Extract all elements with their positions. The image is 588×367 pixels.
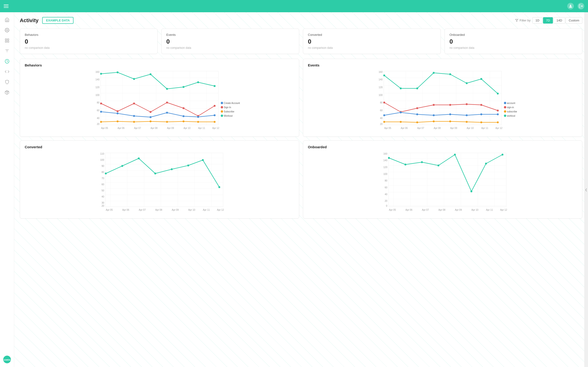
stat-card-events: Events 0 no comparison data <box>161 29 299 54</box>
svg-point-120 <box>497 121 499 123</box>
filter-label: Filter by <box>520 19 531 22</box>
onboarded-comparison: no comparison data <box>449 46 577 50</box>
svg-text:Apr 11: Apr 11 <box>198 127 205 129</box>
behaviors-svg: 160 140 120 100 80 60 40 20 Apr 05 Apr 0… <box>25 70 294 131</box>
svg-text:Apr 12: Apr 12 <box>495 127 502 129</box>
svg-point-44 <box>166 102 168 103</box>
svg-point-109 <box>449 113 451 115</box>
svg-point-108 <box>433 114 435 116</box>
hamburger-menu[interactable] <box>4 4 8 8</box>
svg-text:Apr 07: Apr 07 <box>417 127 424 129</box>
time-btn-14d[interactable]: 14D <box>553 17 565 24</box>
user-icon[interactable] <box>567 3 574 9</box>
svg-point-112 <box>497 113 499 115</box>
sidebar-item-package[interactable] <box>2 88 12 97</box>
svg-point-111 <box>480 113 482 115</box>
svg-point-127 <box>504 115 506 117</box>
svg-text:Apr 07: Apr 07 <box>134 127 141 129</box>
charts-grid: Behaviors 160 140 120 <box>20 59 582 218</box>
svg-text:100: 100 <box>95 94 99 96</box>
svg-text:Apr 09: Apr 09 <box>455 209 462 211</box>
svg-rect-2 <box>5 39 7 40</box>
events-chart: 160 140 120 100 80 60 40 20 Apr 05 Apr 0… <box>308 70 577 132</box>
svg-text:20: 20 <box>102 205 104 207</box>
topbar <box>0 0 588 12</box>
svg-point-33 <box>117 71 118 73</box>
time-btn-custom[interactable]: Custom <box>566 17 582 24</box>
onboarded-svg: 160 140 120 100 80 60 40 20 0 Apr 05 Apr… <box>308 152 577 213</box>
svg-text:140: 140 <box>95 78 99 81</box>
svg-text:100: 100 <box>379 94 383 96</box>
svg-point-178 <box>454 154 456 156</box>
content-area: Activity EXAMPLE DATA Filter by 1D 7D 14… <box>20 17 582 218</box>
sidebar-item-activity[interactable] <box>2 57 12 66</box>
svg-text:Apr 06: Apr 06 <box>122 209 129 211</box>
svg-point-37 <box>183 86 184 88</box>
onboarded-chart: 160 140 120 100 80 60 40 20 0 Apr 05 Apr… <box>308 152 577 214</box>
logout-icon[interactable] <box>578 3 584 9</box>
svg-text:120: 120 <box>379 86 383 89</box>
sidebar-item-filters[interactable] <box>2 46 12 56</box>
time-btn-1d[interactable]: 1D <box>532 17 543 24</box>
svg-text:80: 80 <box>385 179 388 182</box>
sidebar-item-code[interactable] <box>2 67 12 76</box>
svg-text:80: 80 <box>380 101 383 104</box>
svg-point-48 <box>100 111 102 113</box>
behaviors-label: Behaviors <box>25 33 153 37</box>
svg-point-56 <box>100 121 102 123</box>
sidebar-item-settings[interactable] <box>2 25 12 35</box>
svg-text:100: 100 <box>383 173 387 175</box>
svg-point-55 <box>214 114 216 116</box>
svg-point-101 <box>449 104 451 106</box>
onboarded-value: 0 <box>449 38 577 45</box>
time-btn-7d[interactable]: 7D <box>543 17 553 24</box>
sidebar-logo: GWEN <box>2 355 12 364</box>
svg-point-51 <box>150 116 151 118</box>
svg-point-105 <box>383 114 385 116</box>
svg-point-1 <box>6 30 8 31</box>
page-header: Activity EXAMPLE DATA Filter by 1D 7D 14… <box>20 17 582 24</box>
svg-text:Apr 06: Apr 06 <box>118 127 125 129</box>
svg-point-93 <box>449 73 451 75</box>
svg-text:80: 80 <box>102 171 104 174</box>
sidebar-item-shield[interactable] <box>2 77 12 87</box>
svg-point-102 <box>466 103 468 105</box>
chart-card-onboarded: Onboarded 160 140 120 100 80 <box>303 141 582 218</box>
converted-comparison: no comparison data <box>308 46 436 50</box>
svg-point-0 <box>570 5 571 6</box>
svg-point-107 <box>416 113 418 115</box>
svg-text:subscribe: subscribe <box>507 110 517 113</box>
converted-value: 0 <box>308 38 436 45</box>
svg-text:Apr 08: Apr 08 <box>151 127 158 129</box>
svg-line-10 <box>6 91 8 92</box>
svg-point-100 <box>433 104 435 106</box>
svg-text:Apr 09: Apr 09 <box>450 127 457 129</box>
svg-point-155 <box>218 186 220 188</box>
svg-text:Apr 11: Apr 11 <box>486 209 493 211</box>
svg-text:account: account <box>507 102 515 104</box>
svg-text:Apr 11: Apr 11 <box>481 127 488 129</box>
sidebar-item-home[interactable] <box>2 15 12 25</box>
svg-rect-3 <box>7 39 9 40</box>
example-data-button[interactable]: EXAMPLE DATA <box>42 17 74 24</box>
scroll-indicator[interactable]: ❮ <box>584 12 588 367</box>
events-value: 0 <box>166 38 294 45</box>
svg-text:sign-in: sign-in <box>507 106 514 109</box>
svg-text:30: 30 <box>102 201 104 204</box>
svg-point-119 <box>480 121 482 123</box>
svg-rect-5 <box>7 41 9 42</box>
svg-text:90: 90 <box>102 165 104 167</box>
svg-point-36 <box>166 88 168 90</box>
svg-text:160: 160 <box>95 71 99 73</box>
chart-card-events: Events 160 140 120 100 80 <box>303 59 582 137</box>
svg-marker-14 <box>515 19 518 22</box>
svg-point-40 <box>100 102 102 104</box>
svg-text:Apr 07: Apr 07 <box>422 209 429 211</box>
svg-point-62 <box>197 121 199 123</box>
svg-text:140: 140 <box>383 159 387 162</box>
sidebar-item-analytics[interactable] <box>2 36 12 45</box>
svg-text:20: 20 <box>380 123 383 125</box>
stat-card-onboarded: Onboarded 0 no comparison data <box>445 29 582 54</box>
svg-rect-156 <box>388 153 506 207</box>
svg-point-114 <box>400 121 402 123</box>
